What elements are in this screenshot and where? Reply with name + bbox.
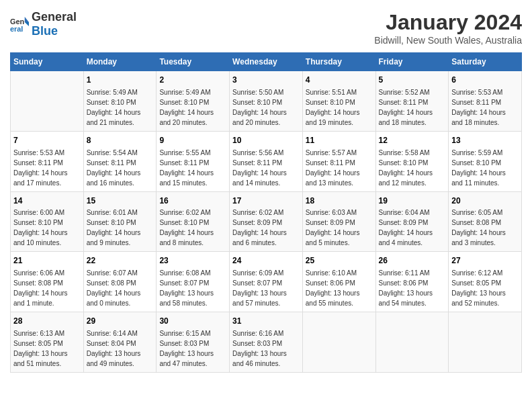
- calendar-cell: 23Sunrise: 6:08 AM Sunset: 8:07 PM Dayli…: [157, 252, 230, 312]
- title-area: January 2024 Bidwill, New South Wales, A…: [374, 10, 522, 46]
- logo-text-blue: Blue: [32, 24, 58, 38]
- day-number: 29: [87, 316, 154, 327]
- calendar-cell: [449, 312, 522, 373]
- header-thursday: Thursday: [302, 53, 375, 71]
- svg-marker-2: [25, 17, 29, 22]
- day-number: 20: [451, 195, 519, 207]
- week-row-2: 7Sunrise: 5:53 AM Sunset: 8:11 PM Daylig…: [11, 131, 522, 191]
- header-wednesday: Wednesday: [230, 53, 303, 71]
- logo-icon: Gen eral: [10, 15, 29, 34]
- day-number: 18: [306, 195, 373, 207]
- calendar-cell: 31Sunrise: 6:16 AM Sunset: 8:03 PM Dayli…: [230, 312, 303, 373]
- calendar-cell: 16Sunrise: 6:02 AM Sunset: 8:10 PM Dayli…: [157, 191, 230, 252]
- calendar-cell: 24Sunrise: 6:09 AM Sunset: 8:07 PM Dayli…: [230, 252, 303, 312]
- calendar-cell: 22Sunrise: 6:07 AM Sunset: 8:08 PM Dayli…: [83, 252, 157, 312]
- calendar-cell: 30Sunrise: 6:15 AM Sunset: 8:03 PM Dayli…: [157, 312, 230, 373]
- day-info: Sunrise: 5:54 AM Sunset: 8:11 PM Dayligh…: [87, 149, 141, 187]
- day-info: Sunrise: 6:02 AM Sunset: 8:09 PM Dayligh…: [232, 209, 287, 246]
- day-info: Sunrise: 5:53 AM Sunset: 8:11 PM Dayligh…: [13, 149, 68, 187]
- calendar-cell: 7Sunrise: 5:53 AM Sunset: 8:11 PM Daylig…: [11, 131, 84, 191]
- day-number: 6: [451, 75, 519, 86]
- calendar-cell: 14Sunrise: 6:00 AM Sunset: 8:10 PM Dayli…: [11, 191, 84, 252]
- main-title: January 2024: [374, 10, 522, 35]
- calendar-cell: 12Sunrise: 5:58 AM Sunset: 8:10 PM Dayli…: [375, 131, 449, 191]
- calendar-table: SundayMondayTuesdayWednesdayThursdayFrid…: [10, 52, 522, 373]
- day-info: Sunrise: 5:50 AM Sunset: 8:10 PM Dayligh…: [232, 89, 287, 126]
- day-number: 9: [159, 135, 226, 146]
- day-number: 10: [232, 135, 300, 146]
- day-info: Sunrise: 6:08 AM Sunset: 8:07 PM Dayligh…: [159, 269, 214, 307]
- calendar-cell: 10Sunrise: 5:56 AM Sunset: 8:11 PM Dayli…: [230, 131, 303, 191]
- day-number: 3: [232, 75, 300, 86]
- day-info: Sunrise: 6:09 AM Sunset: 8:07 PM Dayligh…: [232, 269, 287, 307]
- header-monday: Monday: [83, 53, 157, 71]
- day-number: 27: [451, 255, 519, 267]
- day-info: Sunrise: 6:07 AM Sunset: 8:08 PM Dayligh…: [87, 269, 141, 307]
- calendar-cell: 13Sunrise: 5:59 AM Sunset: 8:10 PM Dayli…: [449, 131, 522, 191]
- day-number: 13: [451, 135, 519, 146]
- day-info: Sunrise: 5:53 AM Sunset: 8:11 PM Dayligh…: [451, 89, 506, 126]
- day-number: 24: [232, 255, 300, 267]
- day-info: Sunrise: 6:10 AM Sunset: 8:06 PM Dayligh…: [306, 269, 360, 307]
- calendar-cell: 5Sunrise: 5:52 AM Sunset: 8:11 PM Daylig…: [375, 71, 449, 132]
- day-info: Sunrise: 5:49 AM Sunset: 8:10 PM Dayligh…: [87, 89, 141, 126]
- calendar-cell: 25Sunrise: 6:10 AM Sunset: 8:06 PM Dayli…: [302, 252, 375, 312]
- calendar-cell: 29Sunrise: 6:14 AM Sunset: 8:04 PM Dayli…: [83, 312, 157, 373]
- day-number: 8: [87, 135, 154, 146]
- day-info: Sunrise: 6:14 AM Sunset: 8:04 PM Dayligh…: [87, 330, 141, 367]
- calendar-cell: 21Sunrise: 6:06 AM Sunset: 8:08 PM Dayli…: [11, 252, 84, 312]
- day-info: Sunrise: 6:15 AM Sunset: 8:03 PM Dayligh…: [159, 330, 214, 367]
- week-row-4: 21Sunrise: 6:06 AM Sunset: 8:08 PM Dayli…: [11, 252, 522, 312]
- day-info: Sunrise: 5:52 AM Sunset: 8:11 PM Dayligh…: [379, 89, 433, 126]
- day-number: 30: [159, 316, 226, 327]
- svg-marker-3: [25, 22, 29, 26]
- day-info: Sunrise: 6:12 AM Sunset: 8:05 PM Dayligh…: [451, 269, 506, 307]
- day-number: 31: [232, 316, 300, 327]
- day-number: 25: [306, 255, 373, 267]
- day-number: 5: [379, 75, 446, 86]
- svg-text:eral: eral: [10, 25, 23, 33]
- day-number: 21: [13, 255, 81, 267]
- day-number: 11: [306, 135, 373, 146]
- day-number: 19: [379, 195, 446, 207]
- calendar-cell: [302, 312, 375, 373]
- day-number: 2: [159, 75, 226, 86]
- day-info: Sunrise: 6:04 AM Sunset: 8:09 PM Dayligh…: [379, 209, 433, 246]
- day-info: Sunrise: 5:49 AM Sunset: 8:10 PM Dayligh…: [159, 89, 214, 126]
- day-info: Sunrise: 6:03 AM Sunset: 8:09 PM Dayligh…: [306, 209, 360, 246]
- day-info: Sunrise: 6:11 AM Sunset: 8:06 PM Dayligh…: [379, 269, 433, 307]
- calendar-cell: 26Sunrise: 6:11 AM Sunset: 8:06 PM Dayli…: [375, 252, 449, 312]
- day-info: Sunrise: 6:06 AM Sunset: 8:08 PM Dayligh…: [13, 269, 68, 307]
- calendar-cell: 27Sunrise: 6:12 AM Sunset: 8:05 PM Dayli…: [449, 252, 522, 312]
- day-number: 22: [87, 255, 154, 267]
- day-number: 12: [379, 135, 446, 146]
- calendar-cell: 1Sunrise: 5:49 AM Sunset: 8:10 PM Daylig…: [83, 71, 157, 132]
- day-number: 28: [13, 316, 81, 327]
- day-info: Sunrise: 5:59 AM Sunset: 8:10 PM Dayligh…: [451, 149, 506, 187]
- header-friday: Friday: [375, 53, 449, 71]
- calendar-cell: [11, 71, 84, 132]
- page-header: Gen eral General Blue January 2024 Bidwi…: [10, 10, 522, 46]
- day-info: Sunrise: 5:56 AM Sunset: 8:11 PM Dayligh…: [232, 149, 287, 187]
- day-info: Sunrise: 6:00 AM Sunset: 8:10 PM Dayligh…: [13, 209, 68, 246]
- calendar-cell: 15Sunrise: 6:01 AM Sunset: 8:10 PM Dayli…: [83, 191, 157, 252]
- calendar-cell: 17Sunrise: 6:02 AM Sunset: 8:09 PM Dayli…: [230, 191, 303, 252]
- day-number: 17: [232, 195, 300, 207]
- logo-text-general: General: [32, 10, 77, 24]
- day-info: Sunrise: 6:16 AM Sunset: 8:03 PM Dayligh…: [232, 330, 287, 367]
- calendar-cell: 6Sunrise: 5:53 AM Sunset: 8:11 PM Daylig…: [449, 71, 522, 132]
- calendar-cell: 19Sunrise: 6:04 AM Sunset: 8:09 PM Dayli…: [375, 191, 449, 252]
- header-tuesday: Tuesday: [157, 53, 230, 71]
- calendar-cell: 9Sunrise: 5:55 AM Sunset: 8:11 PM Daylig…: [157, 131, 230, 191]
- day-info: Sunrise: 5:55 AM Sunset: 8:11 PM Dayligh…: [159, 149, 214, 187]
- day-number: 23: [159, 255, 226, 267]
- calendar-cell: 18Sunrise: 6:03 AM Sunset: 8:09 PM Dayli…: [302, 191, 375, 252]
- day-number: 4: [306, 75, 373, 86]
- header-saturday: Saturday: [449, 53, 522, 71]
- calendar-cell: 2Sunrise: 5:49 AM Sunset: 8:10 PM Daylig…: [157, 71, 230, 132]
- day-number: 16: [159, 195, 226, 207]
- subtitle: Bidwill, New South Wales, Australia: [374, 35, 522, 46]
- day-info: Sunrise: 5:58 AM Sunset: 8:10 PM Dayligh…: [379, 149, 433, 187]
- week-row-3: 14Sunrise: 6:00 AM Sunset: 8:10 PM Dayli…: [11, 191, 522, 252]
- day-number: 1: [87, 75, 154, 86]
